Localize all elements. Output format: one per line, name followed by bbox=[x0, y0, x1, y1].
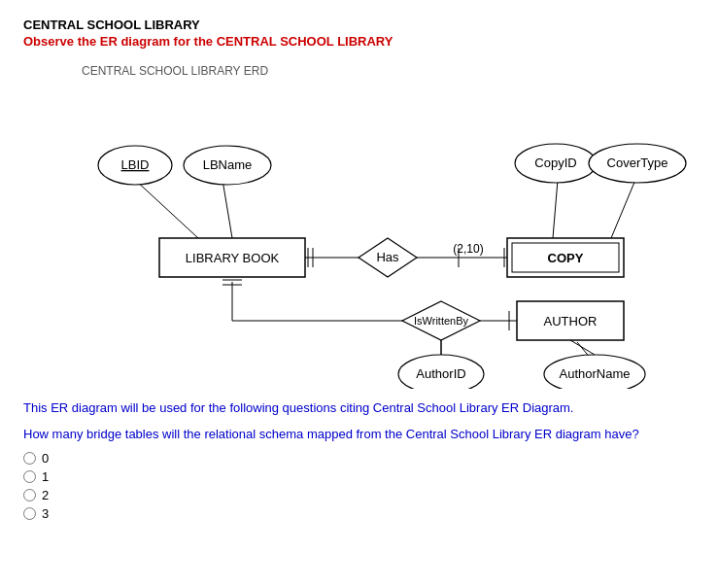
svg-text:(2,10): (2,10) bbox=[453, 242, 483, 256]
answer-options: 0 1 2 3 bbox=[23, 451, 695, 521]
page-title: CENTRAL SCHOOL LIBRARY bbox=[23, 17, 695, 32]
svg-text:IsWrittenBy: IsWrittenBy bbox=[414, 315, 469, 327]
radio-0[interactable] bbox=[23, 452, 36, 465]
radio-3[interactable] bbox=[23, 507, 36, 520]
page-subtitle: Observe the ER diagram for the CENTRAL S… bbox=[23, 34, 695, 49]
radio-1[interactable] bbox=[23, 470, 36, 483]
question-plain: How many bridge tables will the relation… bbox=[23, 427, 406, 441]
option-0[interactable]: 0 bbox=[23, 451, 695, 466]
question-end: have? bbox=[601, 427, 639, 441]
svg-text:CoverType: CoverType bbox=[607, 156, 668, 170]
subtitle-plain: Observe the ER diagram for the bbox=[23, 34, 217, 49]
svg-line-0 bbox=[135, 180, 198, 238]
svg-text:AuthorName: AuthorName bbox=[560, 366, 631, 381]
er-diagram: LBID LBName LIBRARY BOOK Has (2,10) COPY… bbox=[62, 87, 703, 389]
svg-line-1 bbox=[222, 180, 232, 238]
option-2[interactable]: 2 bbox=[23, 488, 695, 502]
info-text: This ER diagram will be used for the fol… bbox=[23, 400, 695, 415]
diagram-label: CENTRAL SCHOOL LIBRARY ERD bbox=[82, 64, 695, 78]
question-text: How many bridge tables will the relation… bbox=[23, 427, 695, 441]
svg-text:AuthorID: AuthorID bbox=[416, 366, 465, 381]
svg-line-46 bbox=[570, 340, 595, 355]
svg-text:LBID: LBID bbox=[121, 157, 150, 172]
svg-line-11 bbox=[611, 180, 635, 238]
subtitle-bold: CENTRAL SCHOOL LIBRARY bbox=[217, 34, 393, 49]
svg-text:LBName: LBName bbox=[203, 157, 253, 172]
radio-2[interactable] bbox=[23, 489, 36, 502]
svg-text:LIBRARY BOOK: LIBRARY BOOK bbox=[186, 251, 280, 265]
er-diagram-svg: LBID LBName LIBRARY BOOK Has (2,10) COPY… bbox=[62, 87, 703, 389]
svg-text:CopyID: CopyID bbox=[534, 156, 576, 170]
option-3[interactable]: 3 bbox=[23, 506, 695, 521]
svg-line-10 bbox=[553, 180, 558, 238]
svg-text:Has: Has bbox=[376, 250, 399, 264]
question-blue: Central School Library ER diagram bbox=[406, 427, 601, 441]
svg-text:COPY: COPY bbox=[548, 251, 584, 265]
option-1[interactable]: 1 bbox=[23, 469, 695, 484]
svg-text:AUTHOR: AUTHOR bbox=[544, 314, 598, 329]
